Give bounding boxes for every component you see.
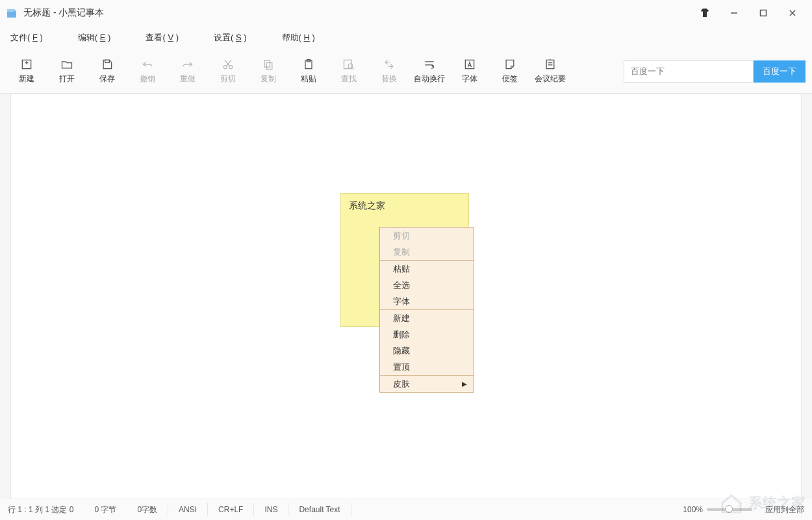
meeting-button[interactable]: 会议纪要 (530, 53, 570, 90)
ctx-paste[interactable]: 粘贴 (380, 261, 474, 277)
undo-label: 撤销 (140, 73, 155, 84)
menubar: 文件( F ) 编辑( E ) 查看( V ) 设置( S ) 帮助( H ) (0, 26, 812, 49)
chevron-right-icon: ▶ (462, 380, 467, 387)
status-zoom: 100% (683, 505, 703, 514)
meeting-label: 会议纪要 (535, 73, 566, 84)
close-button[interactable] (778, 0, 807, 26)
new-label: 新建 (19, 73, 34, 84)
redo-button[interactable]: 重做 (168, 53, 208, 90)
search-input[interactable] (624, 60, 754, 83)
open-button[interactable]: 打开 (47, 53, 87, 90)
save-button[interactable]: 保存 (87, 53, 127, 90)
theme-button[interactable] (690, 0, 719, 26)
status-eol[interactable]: CR+LF (208, 503, 254, 516)
svg-rect-7 (267, 63, 272, 70)
ctx-skin[interactable]: 皮肤▶ (380, 376, 474, 392)
zoom-thumb[interactable] (725, 505, 733, 513)
menu-view[interactable]: 查看( V ) (140, 29, 184, 46)
replace-button[interactable]: 替换 (369, 53, 409, 90)
svg-rect-3 (105, 60, 110, 62)
font-button[interactable]: 字体 (450, 53, 490, 90)
status-words: 0字数 (127, 503, 168, 516)
ctx-font[interactable]: 字体 (380, 293, 474, 309)
ctx-new[interactable]: 新建 (380, 310, 474, 326)
ctx-hide[interactable]: 隐藏 (380, 343, 474, 359)
copy-button[interactable]: 复制 (248, 53, 288, 90)
menu-help[interactable]: 帮助( H ) (277, 29, 320, 46)
menu-settings[interactable]: 设置( S ) (209, 29, 252, 46)
status-bytes: 0 字节 (84, 503, 127, 516)
cut-label: 剪切 (220, 73, 236, 84)
apply-all-button[interactable]: 应用到全部 (765, 504, 804, 515)
menu-edit[interactable]: 编辑( E ) (73, 29, 116, 46)
svg-rect-1 (760, 10, 766, 16)
ctx-delete[interactable]: 删除 (380, 326, 474, 343)
wrap-label: 自动换行 (414, 73, 445, 84)
sticky-button[interactable]: 便签 (490, 53, 530, 90)
ctx-pin[interactable]: 置顶 (380, 359, 474, 375)
search-button[interactable]: 百度一下 (754, 60, 806, 83)
svg-rect-6 (264, 60, 270, 67)
context-menu: 剪切 复制 粘贴 全选 字体 新建 删除 隐藏 置顶 皮肤▶ (379, 227, 474, 393)
toolbar: 新建 打开 保存 撤销 重做 剪切 复制 粘贴 查找 替换 自动换行 (0, 49, 812, 94)
minimize-button[interactable] (719, 0, 748, 26)
app-icon (5, 6, 18, 20)
wrap-button[interactable]: 自动换行 (409, 53, 450, 90)
ctx-select-all[interactable]: 全选 (380, 277, 474, 293)
paste-button[interactable]: 粘贴 (288, 53, 329, 90)
status-encoding[interactable]: ANSI (168, 503, 208, 516)
status-mode[interactable]: INS (254, 503, 288, 516)
sticky-note-text: 系统之家 (341, 194, 468, 212)
find-label: 查找 (341, 73, 357, 84)
svg-point-11 (348, 64, 353, 68)
statusbar: 行 1 : 1 列 1 选定 0 0 字节 0字数 ANSI CR+LF INS… (0, 499, 812, 520)
font-label: 字体 (462, 73, 477, 84)
sticky-label: 便签 (502, 73, 518, 84)
svg-rect-10 (344, 60, 352, 68)
window-title: 无标题 - 小黑记事本 (23, 7, 104, 19)
copy-label: 复制 (260, 73, 276, 84)
new-button[interactable]: 新建 (6, 53, 47, 90)
status-type[interactable]: Default Text (288, 503, 351, 516)
maximize-button[interactable] (748, 0, 778, 26)
status-position: 行 1 : 1 列 1 选定 0 (8, 503, 84, 516)
zoom-slider[interactable] (707, 508, 752, 511)
find-button[interactable]: 查找 (329, 53, 369, 90)
redo-label: 重做 (180, 73, 196, 84)
ctx-copy: 复制 (380, 244, 474, 260)
cut-button[interactable]: 剪切 (208, 53, 248, 90)
open-label: 打开 (59, 73, 75, 84)
undo-button[interactable]: 撤销 (127, 53, 168, 90)
ctx-cut: 剪切 (380, 228, 474, 244)
titlebar: 无标题 - 小黑记事本 (0, 0, 812, 26)
save-label: 保存 (99, 73, 115, 84)
replace-label: 替换 (381, 73, 397, 84)
menu-file[interactable]: 文件( F ) (5, 29, 48, 46)
paste-label: 粘贴 (301, 73, 316, 84)
svg-rect-13 (546, 60, 554, 68)
